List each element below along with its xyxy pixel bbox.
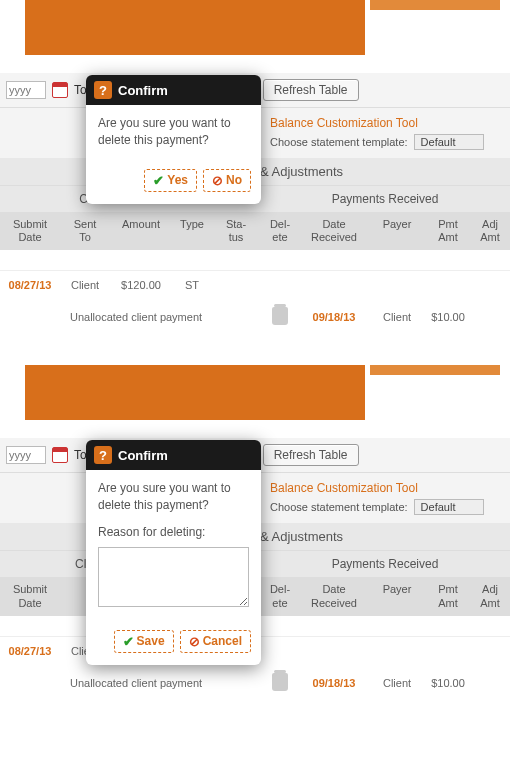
- no-button[interactable]: ⊘No: [203, 169, 251, 192]
- col-date-received: Date Received: [300, 212, 368, 250]
- check-icon: ✔: [153, 173, 164, 188]
- unallocated-label: Unallocated client payment: [60, 311, 260, 323]
- toolbar-to-label: To: [74, 448, 87, 462]
- col-type: Type: [172, 212, 212, 250]
- dialog-header: ? Confirm: [86, 440, 261, 470]
- balance-title: Balance Customization Tool: [270, 481, 502, 495]
- col-adj-amt: Adj Amt: [470, 212, 510, 250]
- no-label: No: [226, 173, 242, 187]
- confirm-dialog: ? Confirm Are you sure you want to delet…: [86, 440, 261, 664]
- calendar-icon[interactable]: [52, 82, 68, 98]
- statement-template-label: Choose statement template:: [270, 501, 408, 513]
- dialog-title: Confirm: [118, 448, 168, 463]
- col-pmt-amt: Pmt Amt: [426, 577, 470, 615]
- question-icon: ?: [94, 446, 112, 464]
- cancel-label: Cancel: [203, 634, 242, 648]
- col-delete: Del- ete: [260, 212, 300, 250]
- date-received-link[interactable]: 09/18/13: [300, 677, 368, 689]
- col-payer: Payer: [368, 212, 426, 250]
- payer-value: Client: [368, 677, 426, 689]
- col-payer: Payer: [368, 577, 426, 615]
- unallocated-label: Unallocated client payment: [60, 677, 260, 689]
- pmt-amt-value: $10.00: [426, 311, 470, 323]
- sent-to-value: Client: [60, 279, 110, 291]
- col-submit-date: Submit Date: [0, 577, 60, 615]
- dialog-header: ? Confirm: [86, 75, 261, 105]
- yes-button[interactable]: ✔Yes: [144, 169, 197, 192]
- submit-date-link[interactable]: 08/27/13: [0, 645, 60, 657]
- col-sent-to: Sent To: [60, 212, 110, 250]
- group-payments-received: Payments Received: [260, 551, 510, 577]
- col-status: Sta- tus: [212, 212, 260, 250]
- orange-banner: [25, 0, 365, 55]
- toolbar-to-label: To: [74, 83, 87, 97]
- col-submit-date: Submit Date: [0, 212, 60, 250]
- column-header-row: Submit Date Sent To Amount Type Sta- tus…: [0, 212, 510, 250]
- question-icon: ?: [94, 81, 112, 99]
- table-row: Unallocated client payment 09/18/13 Clie…: [0, 299, 510, 335]
- year-input[interactable]: [6, 81, 46, 99]
- refresh-table-button[interactable]: Refresh Table: [263, 79, 359, 101]
- yes-label: Yes: [167, 173, 188, 187]
- confirm-dialog: ? Confirm Are you sure you want to delet…: [86, 75, 261, 204]
- col-date-received: Date Received: [300, 577, 368, 615]
- col-adj-amt: Adj Amt: [470, 577, 510, 615]
- table-row: 08/27/13 Client $120.00 ST: [0, 270, 510, 299]
- dialog-message: Are you sure you want to delete this pay…: [98, 115, 249, 149]
- orange-accent: [370, 365, 500, 375]
- year-input[interactable]: [6, 446, 46, 464]
- col-amount: Amount: [110, 212, 172, 250]
- screenshot-block-b: To Refresh Table Balance Customization T…: [0, 365, 510, 700]
- payer-value: Client: [368, 311, 426, 323]
- calendar-icon[interactable]: [52, 447, 68, 463]
- orange-banner: [25, 365, 365, 420]
- no-icon: ⊘: [212, 173, 223, 188]
- trash-icon[interactable]: [272, 307, 288, 325]
- pmt-amt-value: $10.00: [426, 677, 470, 689]
- section-title-text: & Adjustments: [260, 529, 343, 544]
- date-received-link[interactable]: 09/18/13: [300, 311, 368, 323]
- statement-template-select[interactable]: Default: [414, 499, 484, 515]
- reason-label: Reason for deleting:: [98, 524, 249, 541]
- orange-accent: [370, 0, 500, 10]
- col-delete: Del- ete: [260, 577, 300, 615]
- section-title-text: & Adjustments: [260, 164, 343, 179]
- table-row: Unallocated client payment 09/18/13 Clie…: [0, 665, 510, 701]
- statement-template-select[interactable]: Default: [414, 134, 484, 150]
- screenshot-block-a: To Refresh Table Balance Customization T…: [0, 0, 510, 335]
- balance-title: Balance Customization Tool: [270, 116, 502, 130]
- statement-template-label: Choose statement template:: [270, 136, 408, 148]
- amount-value: $120.00: [110, 279, 172, 291]
- col-pmt-amt: Pmt Amt: [426, 212, 470, 250]
- type-value: ST: [172, 279, 212, 291]
- save-label: Save: [137, 634, 165, 648]
- check-icon: ✔: [123, 634, 134, 649]
- dialog-message: Are you sure you want to delete this pay…: [98, 480, 249, 514]
- save-button[interactable]: ✔Save: [114, 630, 174, 653]
- reason-textarea[interactable]: [98, 547, 249, 607]
- submit-date-link[interactable]: 08/27/13: [0, 279, 60, 291]
- group-payments-received: Payments Received: [260, 186, 510, 212]
- cancel-icon: ⊘: [189, 634, 200, 649]
- trash-icon[interactable]: [272, 673, 288, 691]
- dialog-title: Confirm: [118, 83, 168, 98]
- refresh-table-button[interactable]: Refresh Table: [263, 444, 359, 466]
- cancel-button[interactable]: ⊘Cancel: [180, 630, 251, 653]
